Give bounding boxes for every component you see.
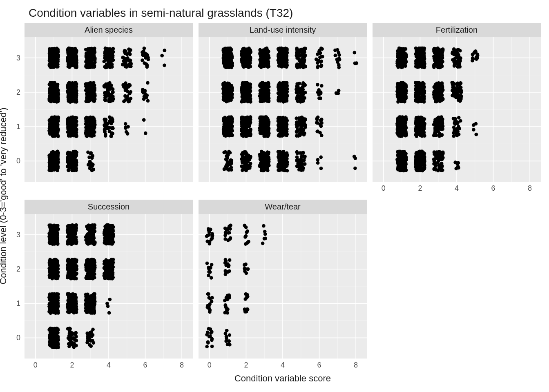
svg-point-6563 (75, 310, 78, 314)
svg-point-2339 (299, 168, 303, 172)
svg-point-8107 (223, 227, 227, 230)
svg-point-1276 (103, 84, 107, 87)
svg-point-774 (109, 122, 113, 125)
svg-point-5892 (422, 64, 426, 67)
svg-point-2477 (227, 133, 231, 136)
svg-point-8119 (245, 241, 249, 245)
svg-point-162 (47, 154, 51, 158)
svg-point-4335 (337, 51, 341, 54)
svg-point-8092 (207, 233, 211, 237)
svg-point-8050 (205, 261, 209, 265)
svg-point-472 (55, 116, 59, 119)
svg-point-7992 (208, 334, 212, 338)
svg-point-725 (92, 116, 95, 120)
svg-point-608 (73, 123, 76, 127)
svg-point-3300 (245, 90, 249, 94)
svg-point-294 (67, 152, 70, 156)
svg-point-4508 (399, 163, 403, 167)
svg-point-6023 (432, 64, 436, 68)
svg-point-1622 (69, 51, 72, 55)
svg-point-3141 (222, 87, 225, 91)
svg-point-1632 (74, 51, 78, 55)
svg-point-2344 (316, 161, 320, 165)
svg-point-5407 (415, 94, 419, 98)
svg-point-2636 (247, 133, 251, 137)
plot-area (25, 214, 193, 359)
svg-point-4863 (402, 131, 405, 135)
svg-point-5572 (460, 91, 463, 94)
svg-point-611 (69, 118, 73, 122)
svg-point-7361 (103, 262, 106, 266)
svg-point-475 (48, 131, 51, 134)
x-tick-label: 0 (208, 361, 212, 370)
svg-point-2346 (319, 156, 323, 159)
svg-point-1903 (127, 63, 131, 67)
svg-point-7206 (89, 275, 93, 278)
svg-point-1483 (49, 58, 53, 61)
svg-point-5108 (472, 123, 475, 127)
svg-point-1763 (93, 58, 97, 62)
svg-point-8078 (244, 267, 248, 271)
svg-point-2633 (249, 115, 252, 119)
svg-point-1301 (129, 97, 133, 100)
svg-point-1926 (160, 54, 164, 58)
x-tick-label: 4 (281, 361, 285, 370)
svg-point-2982 (295, 122, 298, 126)
svg-point-291 (72, 160, 76, 164)
svg-point-3646 (337, 89, 341, 92)
svg-point-732 (90, 119, 94, 123)
x-tick-label: 4 (107, 361, 111, 370)
svg-point-942 (49, 100, 53, 104)
svg-point-1853 (110, 63, 114, 67)
svg-point-2635 (240, 127, 244, 130)
svg-point-4303 (302, 60, 306, 64)
svg-point-4998 (415, 131, 419, 134)
svg-point-8109 (229, 224, 232, 227)
svg-point-2778 (259, 122, 262, 126)
svg-point-615 (75, 134, 78, 138)
svg-point-1919 (146, 56, 150, 59)
svg-point-6458 (52, 292, 56, 296)
svg-point-2639 (248, 118, 252, 122)
svg-point-7512 (51, 242, 55, 246)
svg-point-6761 (107, 311, 111, 315)
svg-point-1313 (126, 90, 129, 94)
svg-point-5256 (400, 91, 404, 95)
svg-point-2298 (282, 151, 286, 155)
facet-panel: Succession012302468 (25, 200, 193, 371)
svg-point-6291 (69, 338, 72, 341)
svg-point-6464 (56, 294, 59, 297)
svg-point-781 (124, 126, 127, 130)
svg-point-766 (108, 129, 112, 133)
svg-point-6028 (434, 58, 438, 62)
plot-area (199, 214, 367, 359)
svg-point-5538 (436, 89, 440, 93)
svg-point-4712 (456, 161, 460, 165)
svg-point-4298 (304, 47, 307, 50)
svg-point-3284 (240, 99, 244, 103)
svg-point-5059 (437, 116, 441, 120)
svg-point-473 (51, 134, 55, 138)
svg-point-607 (66, 118, 70, 121)
svg-point-4233 (280, 62, 284, 66)
svg-point-6758 (91, 311, 94, 315)
svg-point-3561 (285, 90, 289, 94)
svg-point-3949 (243, 65, 247, 68)
svg-point-1966 (230, 162, 233, 165)
svg-point-8094 (210, 238, 213, 241)
svg-point-1087 (74, 98, 77, 101)
svg-point-7362 (107, 271, 111, 275)
svg-point-5405 (421, 83, 425, 87)
svg-point-4499 (396, 158, 400, 162)
x-tick-label: 8 (180, 361, 184, 370)
svg-point-1472 (51, 63, 54, 67)
svg-point-5527 (438, 98, 442, 101)
svg-point-2150 (261, 156, 264, 159)
svg-point-6257 (54, 329, 58, 332)
svg-point-2629 (240, 132, 244, 136)
svg-point-4106 (263, 63, 266, 67)
svg-point-3948 (241, 57, 245, 61)
svg-point-7210 (86, 260, 89, 264)
svg-point-4646 (418, 162, 422, 165)
svg-point-769 (109, 118, 112, 122)
